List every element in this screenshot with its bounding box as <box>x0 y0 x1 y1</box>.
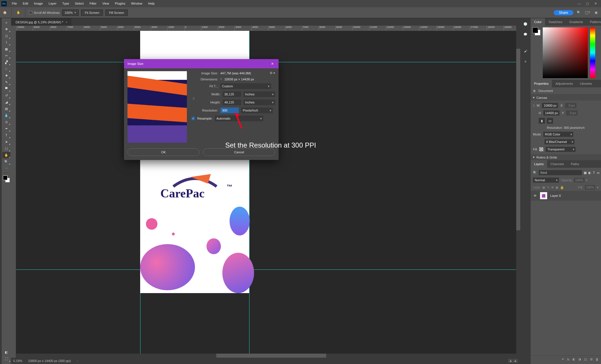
layer-fill-value[interactable]: 100% <box>585 185 595 190</box>
dialog-close-icon[interactable]: ✕ <box>269 61 275 67</box>
shape-tool[interactable]: ▢ <box>2 145 10 152</box>
bit-depth-select[interactable]: 8 Bits/Channel <box>544 139 574 144</box>
layer-item[interactable]: 👁 🟪 Layer 0 <box>531 191 601 201</box>
delete-layer-icon[interactable]: 🗑 <box>596 358 599 361</box>
menu-view[interactable]: View <box>99 0 112 7</box>
hue-slider[interactable] <box>590 27 595 78</box>
new-group-icon[interactable]: 🗀 <box>584 358 587 361</box>
filter-type-icon[interactable]: T <box>593 171 595 174</box>
tab-swatches[interactable]: Swatches <box>545 18 566 26</box>
filter-pixels-icon[interactable]: ▦ <box>584 171 587 175</box>
move-tool[interactable]: ✥ <box>2 26 10 32</box>
eyedropper-tool[interactable]: 𓏊 <box>2 66 10 72</box>
lock-pos-icon[interactable]: ✥ <box>551 186 554 189</box>
brush-tool[interactable]: ✎ <box>2 79 10 85</box>
scroll-right-icon[interactable]: ▸ <box>513 359 518 363</box>
menu-edit[interactable]: Edit <box>20 0 31 7</box>
orient-landscape-icon[interactable]: ▭ <box>547 118 553 124</box>
tab-adjustments[interactable]: Adjustments <box>552 80 576 87</box>
fit-to-select[interactable]: Custom <box>220 83 271 89</box>
width-field[interactable] <box>542 103 558 108</box>
width-input[interactable] <box>223 91 241 97</box>
tab-paths[interactable]: Paths <box>568 160 583 168</box>
marquee-tool[interactable]: ◻ <box>2 33 10 39</box>
filter-adjust-icon[interactable]: ◐ <box>588 171 591 175</box>
resample-select[interactable]: Automatic <box>215 116 263 121</box>
close-tab-icon[interactable]: × <box>65 20 67 24</box>
dodge-tool[interactable]: ⊙ <box>2 119 10 125</box>
workspace-icon[interactable]: ▣ <box>593 10 599 16</box>
zoom-input[interactable]: 100%▾ <box>62 10 79 16</box>
brush-settings-panel-icon[interactable]: ≡ <box>522 58 529 65</box>
more-tools-icon[interactable]: ⋯ <box>2 165 10 171</box>
menu-help[interactable]: Help <box>145 0 158 7</box>
object-select-tool[interactable]: ▦ <box>2 46 10 52</box>
tab-color[interactable]: Color <box>531 18 545 26</box>
path-select-tool[interactable]: ➤ <box>2 139 10 145</box>
menu-type[interactable]: Type <box>59 0 72 7</box>
healing-brush-tool[interactable]: ✚ <box>2 72 10 79</box>
new-layer-icon[interactable]: ⊞ <box>590 357 593 361</box>
scroll-left-icon[interactable]: ◂ <box>508 359 513 363</box>
opacity-value[interactable]: 100% <box>574 178 584 182</box>
gradient-tool[interactable]: ▤ <box>2 105 10 112</box>
horizontal-scrollbar[interactable] <box>16 354 516 358</box>
ok-button[interactable]: OK <box>127 148 200 156</box>
lock-nest-icon[interactable]: ▣ <box>555 186 558 189</box>
tab-libraries[interactable]: Libraries <box>576 80 596 87</box>
color-mode-select[interactable]: RGB Color <box>543 132 573 137</box>
hand-tool-icon[interactable]: ✋ <box>15 10 22 16</box>
link-wh-icon[interactable]: ⟠ <box>533 104 534 107</box>
color-field[interactable] <box>543 27 588 78</box>
maximize-button[interactable]: ▢ <box>583 0 591 7</box>
screen-mode-icon[interactable]: ⛶ <box>2 356 10 362</box>
fill-screen-button[interactable]: Fill Screen <box>105 10 128 16</box>
link-dimensions-icon[interactable]: ⟠ <box>191 97 196 100</box>
fill-swatch-icon[interactable] <box>539 147 543 151</box>
menu-window[interactable]: Window <box>128 0 145 7</box>
resolution-input[interactable] <box>220 107 239 113</box>
dialog-gear-icon[interactable]: ⚙ ▾ <box>270 71 275 75</box>
zoom-tool[interactable]: 🔍 <box>2 159 10 165</box>
scroll-all-windows-checkbox[interactable]: Scroll All Windows <box>29 11 60 14</box>
type-tool[interactable]: T <box>2 132 10 138</box>
tab-properties[interactable]: Properties <box>531 80 552 87</box>
pen-tool[interactable]: ✒ <box>2 125 10 132</box>
comments-panel-icon[interactable]: 💬 <box>522 31 529 38</box>
link-layers-icon[interactable]: ⚭ <box>561 357 564 361</box>
canvas-section[interactable]: ▾ Canvas <box>531 95 601 101</box>
minimize-button[interactable]: — <box>575 0 583 7</box>
search-icon[interactable]: 🔍 <box>576 10 582 16</box>
fit-screen-button[interactable]: Fit Screen <box>81 10 103 16</box>
filter-shape-icon[interactable]: ▭ <box>597 171 600 175</box>
width-unit-select[interactable]: Inches <box>243 91 275 97</box>
color-fg-bg-swatch[interactable] <box>532 27 540 35</box>
tab-layers[interactable]: Layers <box>531 160 547 168</box>
history-brush-tool[interactable]: ↺ <box>2 92 10 99</box>
layer-fx-icon[interactable]: fx <box>567 358 570 361</box>
lock-paint-icon[interactable]: ✎ <box>547 186 549 189</box>
layer-visibility-icon[interactable]: 👁 <box>533 194 537 198</box>
share-button[interactable]: Share <box>554 10 573 15</box>
menu-filter[interactable]: Filter <box>87 0 99 7</box>
close-button[interactable]: ✕ <box>591 0 600 7</box>
eraser-tool[interactable]: ◢ <box>2 99 10 105</box>
menu-file[interactable]: File <box>9 0 20 7</box>
tab-gradients[interactable]: Gradients <box>566 18 587 26</box>
lock-transp-icon[interactable]: ▦ <box>542 186 545 189</box>
menu-plugins[interactable]: Plugins <box>112 0 128 7</box>
quick-mask-icon[interactable]: ◧ <box>2 349 10 355</box>
dbl-arrow-icon[interactable]: » <box>2 19 10 26</box>
menu-select[interactable]: Select <box>72 0 87 7</box>
help-icon[interactable]: ◯? <box>584 10 591 16</box>
cancel-button[interactable]: Cancel <box>203 148 275 156</box>
crop-tool[interactable]: ✂ <box>2 52 10 59</box>
lasso-tool[interactable]: ⌇ <box>2 39 10 46</box>
height-input[interactable] <box>223 99 241 105</box>
layers-filter-select[interactable] <box>539 170 582 175</box>
clone-stamp-tool[interactable]: ▀ <box>2 86 10 92</box>
blur-tool[interactable]: 💧 <box>2 112 10 118</box>
layer-mask-icon[interactable]: ◐ <box>572 357 575 361</box>
lock-all-icon[interactable]: 🔒 <box>560 186 564 189</box>
adjustment-layer-icon[interactable]: ◑ <box>578 357 581 361</box>
